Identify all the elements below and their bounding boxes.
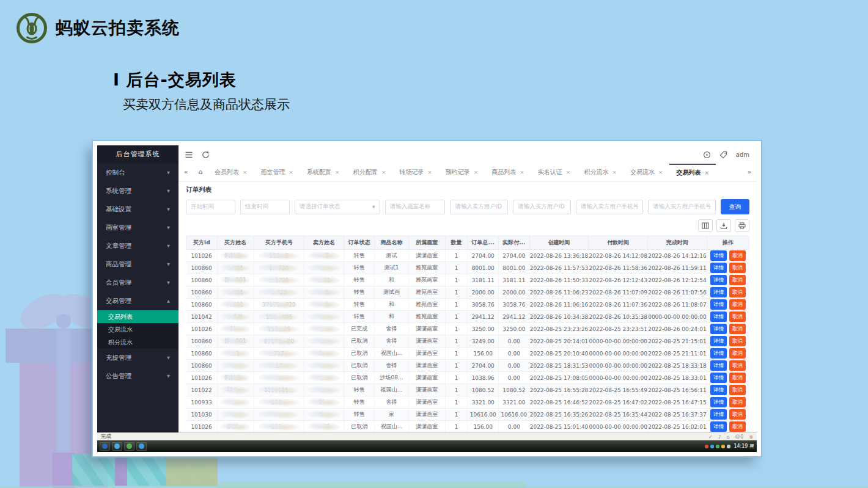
tabs-scroll-left-icon[interactable]: « <box>178 164 193 181</box>
cell: 3058.76 <box>468 299 499 311</box>
cell-value: 2022-08-26 11:57:53 <box>530 265 589 271</box>
cancel-button[interactable]: 取消 <box>729 409 746 420</box>
detail-button[interactable]: 详情 <box>710 409 727 420</box>
taskbar-app-icon[interactable] <box>136 442 147 451</box>
export-icon[interactable] <box>716 219 731 232</box>
notification-icon[interactable] <box>703 151 711 159</box>
query-button[interactable]: 查询 <box>721 199 749 214</box>
tab-close-icon[interactable]: × <box>427 169 432 175</box>
home-tab-icon[interactable]: ⌂ <box>193 164 208 181</box>
tab-close-icon[interactable]: × <box>520 169 524 175</box>
tab-转场记录[interactable]: 转场记录× <box>392 164 439 181</box>
cancel-button[interactable]: 取消 <box>729 348 746 359</box>
cell-value: 雅苑画室 <box>416 289 438 295</box>
detail-button[interactable]: 详情 <box>710 299 727 310</box>
cancel-button[interactable]: 取消 <box>729 421 746 432</box>
tab-close-icon[interactable]: × <box>474 169 479 175</box>
cell-value: 和 <box>389 277 394 283</box>
sidebar-item-交易管理[interactable]: 交易管理▲ <box>97 292 178 310</box>
tab-预约记录[interactable]: 预约记录× <box>439 164 485 181</box>
cancel-button[interactable]: 取消 <box>729 263 746 273</box>
cell: 1 <box>445 372 468 384</box>
filter-input[interactable]: 请输入买方用户ID <box>513 200 571 214</box>
tab-交易列表[interactable]: 交易列表× <box>669 164 716 181</box>
tag-icon[interactable] <box>719 151 727 159</box>
detail-button[interactable]: 详情 <box>710 360 727 371</box>
detail-button[interactable]: 详情 <box>710 275 727 285</box>
tab-close-icon[interactable]: × <box>658 169 663 175</box>
cancel-button[interactable]: 取消 <box>729 299 746 310</box>
sidebar-item-商品管理[interactable]: 商品管理▼ <box>97 255 178 274</box>
detail-button[interactable]: 详情 <box>710 348 727 359</box>
sidebar-item-画室管理[interactable]: 画室管理▼ <box>97 219 178 237</box>
tab-close-icon[interactable]: × <box>335 169 340 175</box>
order-status-select[interactable]: 请选择订单状态▼ <box>295 200 380 214</box>
detail-button[interactable]: 详情 <box>710 373 727 383</box>
filter-input[interactable]: 请输入买方用户手机号 <box>648 200 715 214</box>
filter-input[interactable]: 请输入画室名称 <box>385 200 446 214</box>
tab-积分流水[interactable]: 积分流水× <box>577 164 623 181</box>
detail-button[interactable]: 详情 <box>710 421 727 432</box>
cell: 158…686 <box>254 311 304 323</box>
filter-input[interactable]: 请输入卖方用户ID <box>450 200 508 214</box>
cancel-button[interactable]: 取消 <box>729 250 746 261</box>
cancel-button[interactable]: 取消 <box>729 287 746 297</box>
sidebar-item-系统管理[interactable]: 系统管理▼ <box>97 182 178 200</box>
detail-button[interactable]: 详情 <box>710 287 727 297</box>
tab-close-icon[interactable]: × <box>704 170 709 176</box>
cancel-button[interactable]: 取消 <box>729 397 746 407</box>
tabs-scroll-right-icon[interactable]: » <box>742 164 757 181</box>
taskbar-app-icon[interactable] <box>100 442 110 451</box>
cancel-button[interactable]: 取消 <box>729 360 746 371</box>
collapse-menu-icon[interactable] <box>185 151 193 159</box>
filter-input[interactable]: 结束时间 <box>240 200 290 214</box>
tab-画室管理[interactable]: 画室管理× <box>254 164 301 181</box>
sidebar-item-公告管理[interactable]: 公告管理▼ <box>97 367 178 385</box>
filter-input[interactable]: 请输入卖方用户手机号 <box>576 200 643 214</box>
detail-button[interactable]: 详情 <box>710 385 727 395</box>
tab-积分配置[interactable]: 积分配置× <box>347 164 393 181</box>
tab-商品列表[interactable]: 商品列表× <box>485 164 531 181</box>
tab-close-icon[interactable]: × <box>612 169 617 175</box>
sidebar-item-充提管理[interactable]: 充提管理▼ <box>97 349 178 367</box>
cancel-button[interactable]: 取消 <box>729 324 746 334</box>
columns-icon[interactable] <box>698 219 713 232</box>
refresh-icon[interactable] <box>202 151 210 159</box>
taskbar-app-icon[interactable] <box>124 442 134 451</box>
sidebar-subitem-积分流水[interactable]: 积分流水 <box>97 336 178 349</box>
sidebar-subitem-交易流水[interactable]: 交易流水 <box>97 323 178 336</box>
tab-label: 积分配置 <box>353 168 378 177</box>
tab-close-icon[interactable]: × <box>289 169 294 175</box>
cell-value: 2022-08-25 18:33:01 <box>648 375 707 381</box>
tab-close-icon[interactable]: × <box>381 169 386 175</box>
cancel-button[interactable]: 取消 <box>729 275 746 285</box>
tab-交易流水[interactable]: 交易流水× <box>623 164 670 181</box>
cancel-button[interactable]: 取消 <box>729 385 746 395</box>
cancel-button[interactable]: 取消 <box>729 373 746 383</box>
sidebar-item-控制台[interactable]: 控制台▼ <box>97 164 178 182</box>
detail-button[interactable]: 详情 <box>710 397 727 407</box>
tab-会员列表[interactable]: 会员列表× <box>208 164 254 181</box>
detail-button[interactable]: 详情 <box>710 336 727 346</box>
detail-button[interactable]: 详情 <box>710 263 727 273</box>
cell-value: 2022-08-26 11:50:33 <box>530 277 589 283</box>
cell: 2022-08-25 18:33:01 <box>648 372 707 384</box>
sidebar-subitem-交易列表[interactable]: 交易列表 <box>97 310 178 323</box>
detail-button[interactable]: 详情 <box>710 311 727 322</box>
tab-close-icon[interactable]: × <box>566 169 571 175</box>
sidebar-item-文章管理[interactable]: 文章管理▼ <box>97 237 178 255</box>
cell-value: 0000-00-00 00:00:00 <box>589 351 647 357</box>
detail-button[interactable]: 详情 <box>710 324 727 334</box>
sidebar-item-基础设置[interactable]: 基础设置▼ <box>97 200 178 219</box>
sidebar-item-会员管理[interactable]: 会员管理▼ <box>97 274 178 292</box>
tab-系统配置[interactable]: 系统配置× <box>300 164 347 181</box>
cancel-button[interactable]: 取消 <box>729 336 746 346</box>
print-icon[interactable] <box>735 219 749 232</box>
tab-close-icon[interactable]: × <box>243 169 248 175</box>
cancel-button[interactable]: 取消 <box>729 311 746 322</box>
user-name[interactable]: adm <box>736 151 749 158</box>
taskbar-app-icon[interactable] <box>112 442 122 451</box>
tab-实名认证[interactable]: 实名认证× <box>531 164 578 181</box>
detail-button[interactable]: 详情 <box>710 250 727 261</box>
filter-input[interactable]: 开始时间 <box>186 200 235 214</box>
